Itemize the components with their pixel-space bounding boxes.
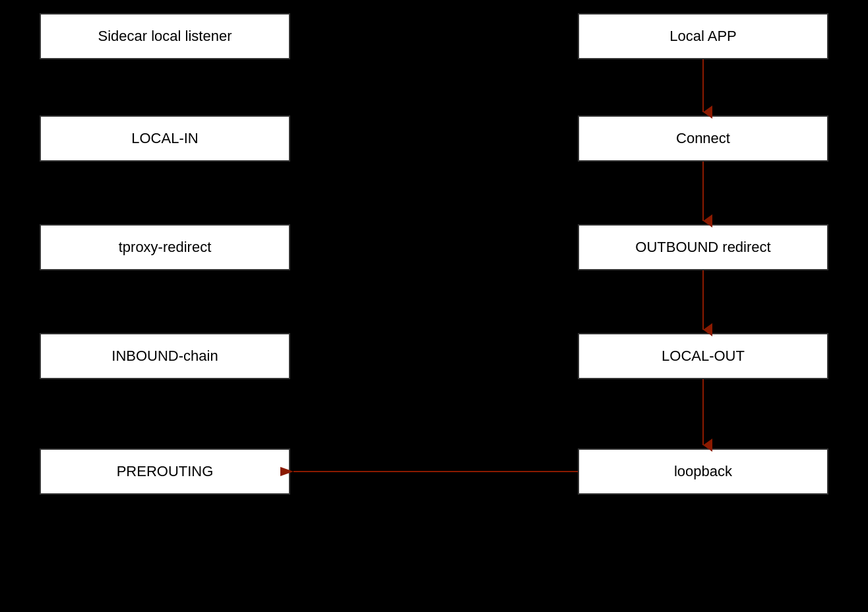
outbound-redirect-label: OUTBOUND redirect	[635, 239, 770, 256]
arrows-svg	[0, 0, 868, 612]
sidecar-local-listener-box: Sidecar local listener	[40, 13, 290, 59]
outbound-redirect-box: OUTBOUND redirect	[578, 224, 828, 270]
tproxy-redirect-label: tproxy-redirect	[119, 239, 212, 256]
local-app-box: Local APP	[578, 13, 828, 59]
local-app-label: Local APP	[669, 28, 737, 45]
local-in-label: LOCAL-IN	[131, 130, 198, 147]
loopback-box: loopback	[578, 448, 828, 495]
connect-label: Connect	[676, 130, 730, 147]
local-out-box: LOCAL-OUT	[578, 333, 828, 379]
inbound-chain-label: INBOUND-chain	[111, 348, 218, 365]
sidecar-local-listener-label: Sidecar local listener	[98, 28, 232, 45]
local-in-box: LOCAL-IN	[40, 115, 290, 162]
tproxy-redirect-box: tproxy-redirect	[40, 224, 290, 270]
local-out-label: LOCAL-OUT	[662, 348, 745, 365]
prerouting-box: PREROUTING	[40, 448, 290, 495]
inbound-chain-box: INBOUND-chain	[40, 333, 290, 379]
diagram-container: Sidecar local listener LOCAL-IN tproxy-r…	[0, 0, 868, 612]
prerouting-label: PREROUTING	[117, 463, 214, 480]
connect-box: Connect	[578, 115, 828, 162]
loopback-label: loopback	[674, 463, 732, 480]
